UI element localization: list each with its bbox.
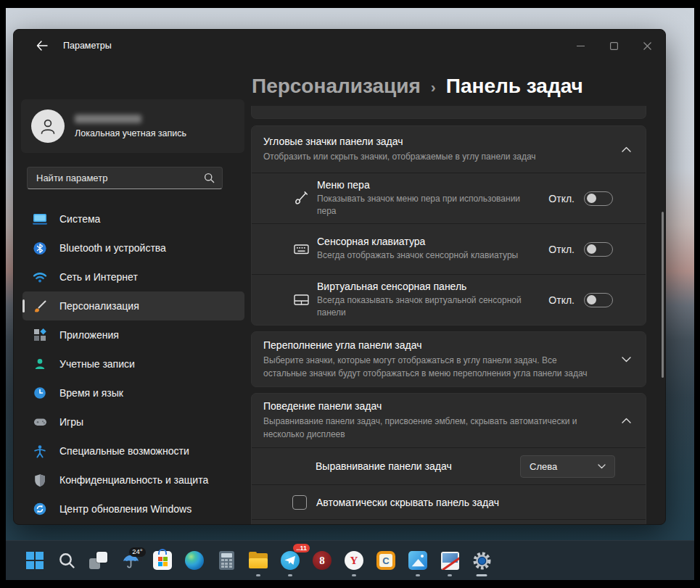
next-row-partial (252, 519, 646, 525)
taskbar-telegram-button[interactable]: ..11 (274, 546, 306, 575)
main-content: Персонализация › Панель задач Угловые зн… (251, 62, 666, 524)
setting-title: Виртуальная сенсорная панель (317, 281, 543, 292)
toggle-state-label: Откл. (548, 193, 575, 204)
virtual-touchpad-toggle[interactable] (584, 293, 613, 307)
windows-update-icon (33, 502, 47, 516)
touch-keyboard-toggle[interactable] (584, 242, 613, 257)
sidebar-item-time-language[interactable]: Время и язык (22, 378, 244, 407)
autohide-label: Автоматически скрывать панель задач (316, 497, 499, 508)
search-icon (204, 173, 215, 183)
task-view-icon (89, 551, 108, 570)
behavior-section: Поведение панели задач Выравнивание пане… (251, 393, 646, 525)
taskbar-weather-widget[interactable]: 24° (115, 546, 147, 575)
scrollbar[interactable] (662, 212, 664, 378)
search-input[interactable]: Найти параметр (27, 167, 223, 189)
calculator-icon (219, 551, 234, 570)
breadcrumb: Персонализация › Панель задач (252, 75, 583, 98)
file-explorer-icon (249, 553, 268, 568)
sidebar-item-apps[interactable]: Приложения (22, 320, 244, 349)
section-subtitle: Выравнивание панели задач, присвоение эм… (263, 415, 597, 441)
taskbar-yandex-button[interactable]: Y (338, 546, 370, 575)
weather-temp-badge: 24° (129, 547, 145, 557)
privacy-icon (33, 473, 47, 487)
pen-menu-toggle[interactable] (584, 191, 613, 206)
sidebar-item-accessibility[interactable]: Специальные возможности (22, 436, 244, 465)
running-indicator (416, 574, 420, 576)
edge-icon (185, 551, 204, 570)
settings-gear-icon (472, 551, 492, 571)
alignment-label: Выравнивание панели задач (316, 460, 520, 472)
sidebar-item-network[interactable]: Сеть и Интернет (22, 262, 244, 291)
sidebar-item-accounts[interactable]: Учетные записи (22, 349, 244, 378)
alignment-dropdown[interactable]: Слева (520, 455, 615, 478)
taskbar-photos-button[interactable] (402, 546, 434, 575)
breadcrumb-personalization[interactable]: Персонализация (252, 75, 421, 98)
sidebar-item-personalization[interactable]: Персонализация (22, 291, 244, 320)
chevron-up-icon (622, 146, 631, 152)
close-icon (643, 42, 651, 50)
person-icon (38, 117, 57, 136)
touch-keyboard-row: Сенсорная клавиатура Всегда отображать з… (252, 223, 646, 274)
titlebar: Параметры (14, 30, 665, 62)
setting-title: Меню пера (317, 179, 543, 191)
toggle-knob (587, 295, 596, 305)
taskbar-task-view-button[interactable] (83, 546, 115, 575)
corner-icons-header[interactable]: Угловые значки панели задач Отобразить и… (252, 126, 646, 173)
sidebar-item-bluetooth[interactable]: Bluetooth и устройства (22, 233, 244, 262)
sidebar-item-system[interactable]: Система (22, 204, 244, 233)
sidebar-item-windows-update[interactable]: Центр обновления Windows (22, 494, 244, 523)
system-icon (33, 212, 47, 226)
taskbar-settings-button[interactable] (466, 546, 498, 575)
window-controls (564, 30, 664, 62)
red-app-icon: 8 (313, 551, 332, 570)
touchpad-icon (292, 291, 310, 308)
autohide-checkbox[interactable] (292, 495, 307, 510)
minimize-button[interactable] (564, 30, 597, 62)
overflow-header[interactable]: Переполнение угла панели задач Выберите … (252, 332, 646, 386)
personalization-icon (33, 299, 47, 313)
sidebar-item-gaming[interactable]: Игры (22, 407, 244, 436)
account-card[interactable]: Локальная учетная запись (21, 99, 244, 153)
taskbar-red-app-button[interactable]: 8 (306, 546, 338, 575)
taskbar-explorer-button[interactable] (242, 546, 274, 575)
taskbar-alignment-row: Выравнивание панели задач Слева (252, 447, 646, 484)
windows-logo-icon (26, 552, 44, 569)
sidebar-item-privacy[interactable]: Конфиденциальность и защита (22, 465, 244, 494)
behavior-header[interactable]: Поведение панели задач Выравнивание пане… (252, 394, 646, 447)
maximize-button[interactable] (597, 30, 630, 62)
taskbar-start-button[interactable] (19, 546, 51, 575)
chevron-down-icon (598, 464, 606, 469)
toggle-state-label: Откл. (548, 244, 575, 255)
setting-title: Сенсорная клавиатура (317, 236, 543, 247)
setting-subtitle: Показывать значок меню пера при использо… (317, 193, 535, 218)
section-title: Переполнение угла панели задач (263, 339, 607, 351)
toggle-knob (587, 244, 596, 254)
pen-icon (292, 190, 310, 207)
running-indicator (256, 574, 260, 576)
section-title: Поведение панели задач (263, 400, 607, 412)
taskbar-photo-editor-button[interactable] (434, 546, 466, 575)
taskbar-calculator-button[interactable] (210, 546, 242, 575)
account-username-blurred (75, 115, 141, 123)
breadcrumb-separator-icon: › (431, 78, 436, 96)
chevron-up-icon (622, 418, 631, 423)
alignment-value: Слева (530, 461, 598, 472)
taskbar-search-button[interactable] (51, 546, 83, 575)
taskbar-store-button[interactable] (147, 546, 178, 575)
taskbar-edge-button[interactable] (178, 546, 210, 575)
apps-icon (33, 328, 47, 342)
bluetooth-icon (33, 241, 47, 255)
search-placeholder: Найти параметр (36, 173, 204, 183)
setting-subtitle: Всегда показывать значок виртуальной сен… (317, 294, 535, 320)
taskbar-xnview-button[interactable]: C (370, 546, 402, 575)
weather-umbrella-icon: 24° (121, 551, 141, 571)
settings-window: Параметры Локальная учетная (13, 29, 666, 525)
photos-icon (408, 551, 427, 570)
time-language-icon (33, 386, 47, 400)
back-button[interactable] (31, 35, 53, 57)
close-button[interactable] (630, 30, 664, 62)
sidebar: Локальная учетная запись Найти параметр … (14, 62, 253, 524)
photo-editor-icon (441, 552, 459, 570)
virtual-touchpad-row: Виртуальная сенсорная панель Всегда пока… (252, 274, 646, 325)
setting-subtitle: Всегда отображать значок сенсорной клави… (317, 249, 535, 262)
